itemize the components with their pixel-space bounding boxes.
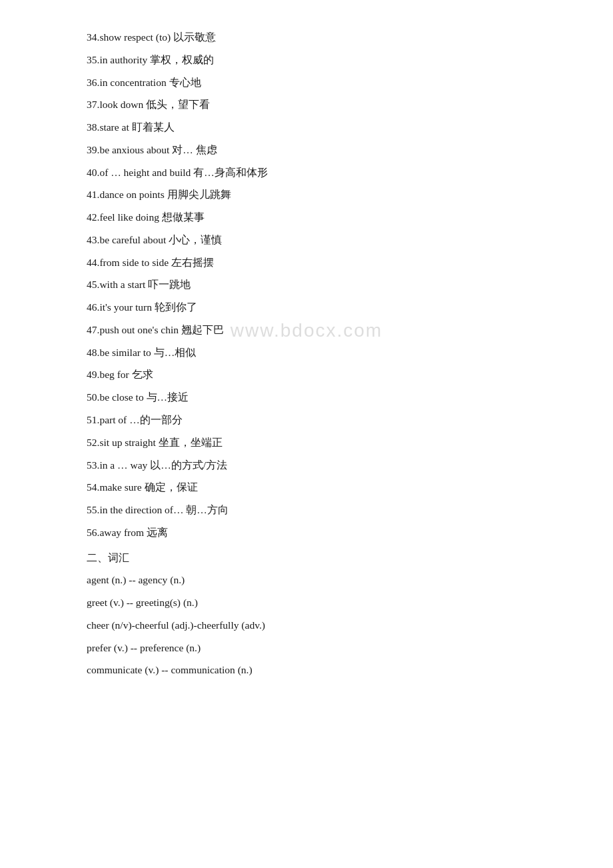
list-item: 36.in concentration 专心地 — [87, 72, 526, 93]
list-item: 56.away from 远离 — [87, 522, 526, 543]
section-header: 二、词汇 — [87, 547, 526, 569]
list-item: 47.push out one's chin 翘起下巴 — [87, 319, 526, 341]
list-item: 45.with a start 吓一跳地 — [87, 274, 526, 295]
list-item: 55.in the direction of… 朝…方向 — [87, 499, 526, 521]
list-item: 34.show respect (to) 以示敬意 — [87, 27, 526, 48]
list-item: 53.in a … way 以…的方式/方法 — [87, 455, 526, 476]
list-item: 54.make sure 确定，保证 — [87, 477, 526, 498]
list-item: communicate (v.) -- communication (n.) — [87, 659, 526, 681]
list-item: 48.be similar to 与…相似 — [87, 342, 526, 363]
list-item: cheer (n/v)-cheerful (adj.)-cheerfully (… — [87, 615, 526, 636]
list-item: 40.of … height and build 有…身高和体形 — [87, 162, 526, 183]
entries-list: 34.show respect (to) 以示敬意35.in authority… — [87, 27, 526, 543]
list-item: 44.from side to side 左右摇摆 — [87, 252, 526, 273]
list-item: 42.feel like doing 想做某事 — [87, 207, 526, 228]
list-item: 37.look down 低头，望下看 — [87, 94, 526, 115]
page-content: 34.show respect (to) 以示敬意35.in authority… — [0, 0, 613, 709]
list-item: 50.be close to 与…接近 — [87, 387, 526, 408]
list-item: 52.sit up straight 坐直，坐端正 — [87, 432, 526, 453]
list-item: prefer (v.) -- preference (n.) — [87, 637, 526, 659]
list-item: 51.part of …的一部分 — [87, 409, 526, 431]
list-item: 39.be anxious about 对… 焦虑 — [87, 139, 526, 161]
list-item: 49.beg for 乞求 — [87, 364, 526, 385]
list-item: 35.in authority 掌权，权威的 — [87, 49, 526, 71]
list-item: greet (v.) -- greeting(s) (n.) — [87, 592, 526, 613]
vocab-list: agent (n.) -- agency (n.)greet (v.) -- g… — [87, 569, 526, 681]
list-item: 41.dance on points 用脚尖儿跳舞 — [87, 184, 526, 205]
list-item: agent (n.) -- agency (n.) — [87, 569, 526, 591]
list-item: 38.stare at 盯着某人 — [87, 117, 526, 138]
list-item: 46.it's your turn 轮到你了 — [87, 297, 526, 318]
list-item: 43.be careful about 小心，谨慎 — [87, 229, 526, 251]
